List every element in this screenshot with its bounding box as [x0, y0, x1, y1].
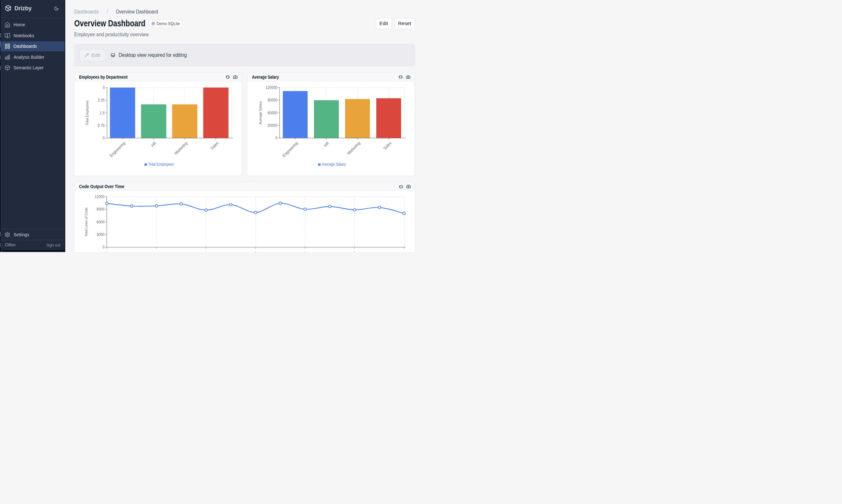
svg-text:2024-03-03: 2024-03-03 [291, 251, 308, 252]
svg-text:120000: 120000 [265, 85, 277, 89]
svg-text:12000: 12000 [94, 195, 104, 199]
svg-text:2024-03-31: 2024-03-31 [390, 251, 407, 252]
svg-text:0: 0 [103, 136, 104, 140]
svg-text:0.75: 0.75 [98, 123, 104, 127]
svg-text:3: 3 [103, 85, 104, 89]
svg-text:2024-01-07: 2024-01-07 [92, 251, 109, 252]
svg-text:2024-01-21: 2024-01-21 [142, 251, 159, 252]
svg-text:0: 0 [275, 136, 277, 140]
svg-text:Sales: Sales [382, 141, 392, 150]
svg-text:0: 0 [102, 245, 104, 249]
svg-text:Average Salary: Average Salary [258, 101, 262, 124]
svg-text:Marketing: Marketing [173, 141, 188, 155]
svg-text:HR: HR [323, 141, 330, 148]
svg-text:2024-02-04: 2024-02-04 [191, 251, 208, 252]
svg-text:Engineering: Engineering [109, 141, 126, 158]
svg-text:6000: 6000 [97, 220, 104, 224]
svg-text:2.25: 2.25 [98, 98, 104, 102]
svg-text:60000: 60000 [268, 111, 277, 114]
svg-text:90000: 90000 [268, 98, 277, 102]
svg-text:Total Employees: Total Employees [85, 100, 89, 125]
svg-text:Sales: Sales [209, 141, 219, 150]
svg-text:Marketing: Marketing [346, 141, 361, 155]
svg-text:2024-03-17: 2024-03-17 [340, 251, 357, 252]
svg-text:9000: 9000 [97, 208, 104, 211]
svg-text:2024-02-18: 2024-02-18 [241, 251, 258, 252]
svg-text:HR: HR [150, 141, 157, 148]
svg-text:30000: 30000 [268, 123, 277, 127]
svg-text:Total Lines of Code: Total Lines of Code [84, 208, 88, 236]
svg-text:Total Employees: Total Employees [148, 161, 174, 166]
svg-text:3000: 3000 [97, 233, 104, 237]
svg-text:Engineering: Engineering [281, 141, 299, 158]
svg-text:1.5: 1.5 [100, 111, 104, 114]
svg-text:Average Salary: Average Salary [322, 161, 346, 166]
